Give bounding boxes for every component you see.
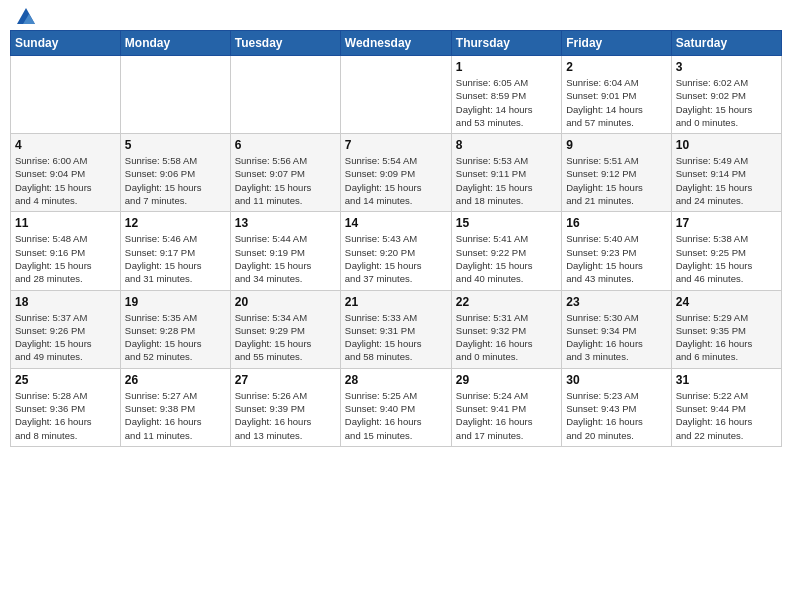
day-number: 30: [566, 373, 666, 387]
day-info: Sunrise: 5:53 AM Sunset: 9:11 PM Dayligh…: [456, 154, 557, 207]
day-info: Sunrise: 5:51 AM Sunset: 9:12 PM Dayligh…: [566, 154, 666, 207]
calendar-cell: 15Sunrise: 5:41 AM Sunset: 9:22 PM Dayli…: [451, 212, 561, 290]
calendar-week-row: 4Sunrise: 6:00 AM Sunset: 9:04 PM Daylig…: [11, 134, 782, 212]
day-info: Sunrise: 5:48 AM Sunset: 9:16 PM Dayligh…: [15, 232, 116, 285]
day-number: 5: [125, 138, 226, 152]
day-info: Sunrise: 5:54 AM Sunset: 9:09 PM Dayligh…: [345, 154, 447, 207]
day-number: 13: [235, 216, 336, 230]
calendar-cell: 16Sunrise: 5:40 AM Sunset: 9:23 PM Dayli…: [562, 212, 671, 290]
day-info: Sunrise: 5:28 AM Sunset: 9:36 PM Dayligh…: [15, 389, 116, 442]
calendar-cell: [11, 56, 121, 134]
weekday-header: Tuesday: [230, 31, 340, 56]
day-number: 8: [456, 138, 557, 152]
day-number: 26: [125, 373, 226, 387]
weekday-header: Monday: [120, 31, 230, 56]
day-info: Sunrise: 5:41 AM Sunset: 9:22 PM Dayligh…: [456, 232, 557, 285]
calendar-cell: 18Sunrise: 5:37 AM Sunset: 9:26 PM Dayli…: [11, 290, 121, 368]
day-number: 11: [15, 216, 116, 230]
calendar-cell: [340, 56, 451, 134]
day-number: 29: [456, 373, 557, 387]
calendar-cell: 8Sunrise: 5:53 AM Sunset: 9:11 PM Daylig…: [451, 134, 561, 212]
day-number: 20: [235, 295, 336, 309]
day-number: 6: [235, 138, 336, 152]
page-header: [10, 10, 782, 24]
day-info: Sunrise: 5:49 AM Sunset: 9:14 PM Dayligh…: [676, 154, 777, 207]
day-info: Sunrise: 5:46 AM Sunset: 9:17 PM Dayligh…: [125, 232, 226, 285]
day-info: Sunrise: 5:30 AM Sunset: 9:34 PM Dayligh…: [566, 311, 666, 364]
calendar-cell: 6Sunrise: 5:56 AM Sunset: 9:07 PM Daylig…: [230, 134, 340, 212]
day-number: 16: [566, 216, 666, 230]
calendar-cell: 30Sunrise: 5:23 AM Sunset: 9:43 PM Dayli…: [562, 368, 671, 446]
day-info: Sunrise: 5:23 AM Sunset: 9:43 PM Dayligh…: [566, 389, 666, 442]
calendar-cell: 3Sunrise: 6:02 AM Sunset: 9:02 PM Daylig…: [671, 56, 781, 134]
calendar-cell: 24Sunrise: 5:29 AM Sunset: 9:35 PM Dayli…: [671, 290, 781, 368]
day-number: 24: [676, 295, 777, 309]
calendar-cell: 1Sunrise: 6:05 AM Sunset: 8:59 PM Daylig…: [451, 56, 561, 134]
weekday-header: Friday: [562, 31, 671, 56]
calendar-cell: 26Sunrise: 5:27 AM Sunset: 9:38 PM Dayli…: [120, 368, 230, 446]
day-info: Sunrise: 5:35 AM Sunset: 9:28 PM Dayligh…: [125, 311, 226, 364]
calendar-cell: 13Sunrise: 5:44 AM Sunset: 9:19 PM Dayli…: [230, 212, 340, 290]
day-number: 19: [125, 295, 226, 309]
calendar-cell: 29Sunrise: 5:24 AM Sunset: 9:41 PM Dayli…: [451, 368, 561, 446]
calendar-cell: 2Sunrise: 6:04 AM Sunset: 9:01 PM Daylig…: [562, 56, 671, 134]
calendar-cell: 5Sunrise: 5:58 AM Sunset: 9:06 PM Daylig…: [120, 134, 230, 212]
logo-icon: [15, 6, 37, 28]
weekday-header: Saturday: [671, 31, 781, 56]
calendar-cell: 22Sunrise: 5:31 AM Sunset: 9:32 PM Dayli…: [451, 290, 561, 368]
day-number: 31: [676, 373, 777, 387]
day-number: 21: [345, 295, 447, 309]
day-number: 3: [676, 60, 777, 74]
day-number: 4: [15, 138, 116, 152]
day-info: Sunrise: 5:31 AM Sunset: 9:32 PM Dayligh…: [456, 311, 557, 364]
weekday-header-row: SundayMondayTuesdayWednesdayThursdayFrid…: [11, 31, 782, 56]
logo: [14, 10, 37, 24]
day-info: Sunrise: 5:40 AM Sunset: 9:23 PM Dayligh…: [566, 232, 666, 285]
calendar-cell: 9Sunrise: 5:51 AM Sunset: 9:12 PM Daylig…: [562, 134, 671, 212]
day-number: 23: [566, 295, 666, 309]
calendar-cell: 7Sunrise: 5:54 AM Sunset: 9:09 PM Daylig…: [340, 134, 451, 212]
day-info: Sunrise: 5:44 AM Sunset: 9:19 PM Dayligh…: [235, 232, 336, 285]
calendar-cell: 19Sunrise: 5:35 AM Sunset: 9:28 PM Dayli…: [120, 290, 230, 368]
day-info: Sunrise: 5:22 AM Sunset: 9:44 PM Dayligh…: [676, 389, 777, 442]
day-info: Sunrise: 5:37 AM Sunset: 9:26 PM Dayligh…: [15, 311, 116, 364]
calendar-cell: 27Sunrise: 5:26 AM Sunset: 9:39 PM Dayli…: [230, 368, 340, 446]
day-number: 17: [676, 216, 777, 230]
day-info: Sunrise: 5:24 AM Sunset: 9:41 PM Dayligh…: [456, 389, 557, 442]
day-number: 7: [345, 138, 447, 152]
day-number: 14: [345, 216, 447, 230]
calendar-cell: 10Sunrise: 5:49 AM Sunset: 9:14 PM Dayli…: [671, 134, 781, 212]
day-info: Sunrise: 5:27 AM Sunset: 9:38 PM Dayligh…: [125, 389, 226, 442]
day-number: 12: [125, 216, 226, 230]
day-info: Sunrise: 5:26 AM Sunset: 9:39 PM Dayligh…: [235, 389, 336, 442]
calendar-table: SundayMondayTuesdayWednesdayThursdayFrid…: [10, 30, 782, 447]
day-info: Sunrise: 6:05 AM Sunset: 8:59 PM Dayligh…: [456, 76, 557, 129]
day-info: Sunrise: 5:58 AM Sunset: 9:06 PM Dayligh…: [125, 154, 226, 207]
calendar-cell: 11Sunrise: 5:48 AM Sunset: 9:16 PM Dayli…: [11, 212, 121, 290]
day-info: Sunrise: 5:43 AM Sunset: 9:20 PM Dayligh…: [345, 232, 447, 285]
calendar-cell: 14Sunrise: 5:43 AM Sunset: 9:20 PM Dayli…: [340, 212, 451, 290]
day-info: Sunrise: 5:25 AM Sunset: 9:40 PM Dayligh…: [345, 389, 447, 442]
day-number: 27: [235, 373, 336, 387]
day-number: 28: [345, 373, 447, 387]
calendar-cell: 4Sunrise: 6:00 AM Sunset: 9:04 PM Daylig…: [11, 134, 121, 212]
calendar-week-row: 11Sunrise: 5:48 AM Sunset: 9:16 PM Dayli…: [11, 212, 782, 290]
calendar-cell: [120, 56, 230, 134]
calendar-cell: 23Sunrise: 5:30 AM Sunset: 9:34 PM Dayli…: [562, 290, 671, 368]
calendar-cell: [230, 56, 340, 134]
calendar-cell: 28Sunrise: 5:25 AM Sunset: 9:40 PM Dayli…: [340, 368, 451, 446]
weekday-header: Wednesday: [340, 31, 451, 56]
day-info: Sunrise: 6:04 AM Sunset: 9:01 PM Dayligh…: [566, 76, 666, 129]
calendar-cell: 12Sunrise: 5:46 AM Sunset: 9:17 PM Dayli…: [120, 212, 230, 290]
day-number: 9: [566, 138, 666, 152]
calendar-week-row: 1Sunrise: 6:05 AM Sunset: 8:59 PM Daylig…: [11, 56, 782, 134]
weekday-header: Sunday: [11, 31, 121, 56]
calendar-cell: 21Sunrise: 5:33 AM Sunset: 9:31 PM Dayli…: [340, 290, 451, 368]
calendar-cell: 31Sunrise: 5:22 AM Sunset: 9:44 PM Dayli…: [671, 368, 781, 446]
weekday-header: Thursday: [451, 31, 561, 56]
day-info: Sunrise: 5:56 AM Sunset: 9:07 PM Dayligh…: [235, 154, 336, 207]
day-info: Sunrise: 5:29 AM Sunset: 9:35 PM Dayligh…: [676, 311, 777, 364]
day-number: 22: [456, 295, 557, 309]
day-info: Sunrise: 5:34 AM Sunset: 9:29 PM Dayligh…: [235, 311, 336, 364]
day-info: Sunrise: 6:00 AM Sunset: 9:04 PM Dayligh…: [15, 154, 116, 207]
